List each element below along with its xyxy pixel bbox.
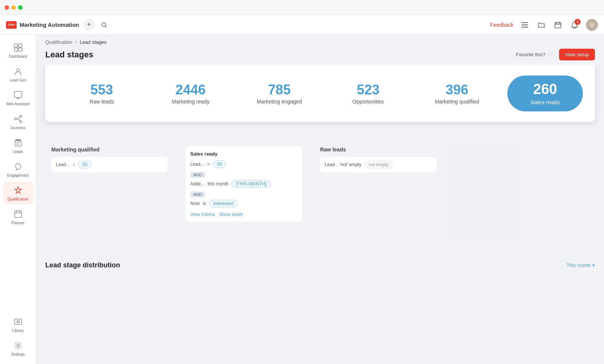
criteria-field: Lead...: [190, 162, 204, 167]
svg-rect-2: [521, 22, 528, 23]
svg-rect-23: [15, 211, 22, 217]
stat-label: Sales ready: [516, 99, 574, 105]
criteria-value: [THIS MONTH]: [231, 180, 270, 188]
library-icon: [13, 316, 23, 327]
minimize-dot[interactable]: [11, 5, 16, 10]
notification-icon[interactable]: 3: [569, 20, 580, 30]
month-filter-label: This month: [567, 262, 591, 268]
folder-icon[interactable]: [536, 20, 547, 30]
stat-label: Marketing engaged: [235, 99, 324, 105]
sidebar-item-library[interactable]: Library: [3, 313, 33, 336]
web-assistant-icon: [13, 90, 23, 100]
svg-line-1: [105, 26, 106, 27]
stat-opportunities: 523 Opportunities: [324, 79, 413, 108]
sidebar-item-label: Qualification: [8, 197, 28, 201]
favorite-area: Favorite this? ♡: [516, 51, 553, 58]
stat-number: 785: [235, 82, 324, 97]
card-title: Sales ready: [190, 151, 297, 157]
stat-label: Opportunities: [324, 99, 413, 105]
sidebar-item-label: Engagement: [7, 173, 29, 177]
sidebar-item-planner[interactable]: Planner: [3, 206, 33, 228]
criteria-op: >: [207, 162, 210, 167]
stat-sales-ready[interactable]: 260 Sales ready: [507, 76, 583, 111]
stat-label: Raw leads: [57, 99, 146, 105]
stat-number: 553: [57, 82, 146, 97]
sidebar-item-web-assistant[interactable]: Web Assistant: [3, 87, 33, 109]
month-filter[interactable]: This month ▾: [567, 262, 595, 268]
condition-value: 00: [78, 161, 91, 168]
condition-field: Lead... 'not' empty: [325, 162, 361, 167]
stat-marketing-engaged: 785 Marketing engaged: [235, 79, 324, 108]
criteria-field: Adde...: [190, 181, 205, 187]
topnav-right: Feedback 3: [490, 19, 598, 31]
card-title: Marketing qualified: [51, 147, 168, 153]
list-icon[interactable]: [519, 20, 530, 30]
breadcrumb-parent[interactable]: Qualification: [45, 39, 72, 45]
svg-rect-15: [14, 91, 22, 97]
sidebar: Dashboard Lead Gen Web Assistant: [0, 35, 36, 364]
stat-number: 523: [324, 82, 413, 97]
rl-condition: Lead... 'not' empty not empty: [320, 157, 436, 172]
sidebar-item-label: Settings: [11, 352, 25, 356]
view-setup-button[interactable]: View setup: [559, 49, 595, 60]
distribution-section: Lead stage distribution This month ▾: [36, 261, 604, 284]
criteria-row-1: Lead... > 90: [190, 160, 297, 168]
maximize-dot[interactable]: [18, 5, 23, 10]
show-leads-link[interactable]: Show leads: [219, 212, 243, 217]
app-logo: ZOHO Marketing Automation: [6, 21, 79, 29]
svg-point-9: [574, 27, 575, 29]
sidebar-item-label: Leads: [13, 150, 23, 154]
lead-gen-icon: [13, 66, 23, 77]
and-badge: AND: [190, 191, 205, 197]
sidebar-item-engagement[interactable]: Engagement: [3, 158, 33, 180]
sidebar-item-dashboard[interactable]: Dashboard: [3, 39, 33, 62]
calendar-icon[interactable]: [553, 20, 563, 30]
sidebar-item-journeys[interactable]: Journeys: [3, 111, 33, 133]
page-header: Lead stages Favorite this? ♡ View setup: [36, 47, 604, 65]
svg-point-30: [17, 344, 19, 347]
stats-overlay: 553 Raw leads 2446 Marketing ready 785 M…: [45, 65, 595, 122]
svg-point-18: [20, 121, 22, 123]
stat-label: Marketing qualified: [413, 99, 501, 105]
notification-badge: 3: [575, 19, 581, 25]
sidebar-item-lead-gen[interactable]: Lead Gen: [3, 63, 33, 85]
sidebar-item-label: Dashboard: [9, 54, 27, 59]
search-icon[interactable]: [99, 20, 109, 30]
journeys-icon: [13, 114, 23, 124]
and-badge: AND: [190, 172, 205, 178]
view-criteria-link[interactable]: View criteria: [190, 212, 215, 217]
chevron-down-icon: ▾: [592, 262, 595, 268]
stat-number: 260: [516, 82, 574, 97]
close-dot[interactable]: [5, 5, 9, 10]
stat-marketing-ready: 2446 Marketing ready: [146, 79, 235, 108]
sidebar-item-leads[interactable]: Leads: [3, 134, 33, 157]
svg-rect-12: [14, 48, 18, 51]
stat-number: 396: [413, 82, 501, 97]
scroll-area: 553 Raw leads 2446 Marketing ready 785 M…: [36, 65, 604, 364]
stat-number: 2446: [146, 82, 235, 97]
mq-condition: Lead... ≥ 00: [51, 157, 168, 172]
heart-icon[interactable]: ♡: [548, 51, 553, 58]
feedback-link[interactable]: Feedback: [490, 22, 513, 28]
sales-ready-card: Sales ready Lead... > 90 AND Adde... thi…: [180, 140, 308, 246]
sidebar-item-label: Web Assistant: [6, 102, 30, 106]
empty-card: [448, 140, 524, 246]
criteria-value: 90: [213, 160, 226, 168]
topnav: ZOHO Marketing Automation + Feedback: [0, 15, 604, 35]
page-title: Lead stages: [45, 50, 93, 60]
window-controls: [5, 5, 23, 10]
user-avatar[interactable]: U: [586, 19, 598, 31]
add-button[interactable]: +: [84, 20, 94, 30]
condition-value: not empty: [364, 161, 393, 168]
planner-icon: [13, 209, 23, 219]
sidebar-item-qualification[interactable]: Qualification: [3, 182, 33, 204]
breadcrumb-current: Lead stages: [80, 39, 106, 45]
breadcrumb-separator: >: [75, 39, 78, 45]
svg-rect-3: [521, 25, 528, 25]
svg-rect-4: [521, 27, 528, 28]
svg-rect-5: [555, 23, 561, 28]
titlebar: [0, 0, 604, 15]
sidebar-item-settings[interactable]: Settings: [3, 337, 33, 359]
criteria-field: Note: [190, 201, 200, 206]
stat-raw-leads: 553 Raw leads: [57, 79, 146, 108]
